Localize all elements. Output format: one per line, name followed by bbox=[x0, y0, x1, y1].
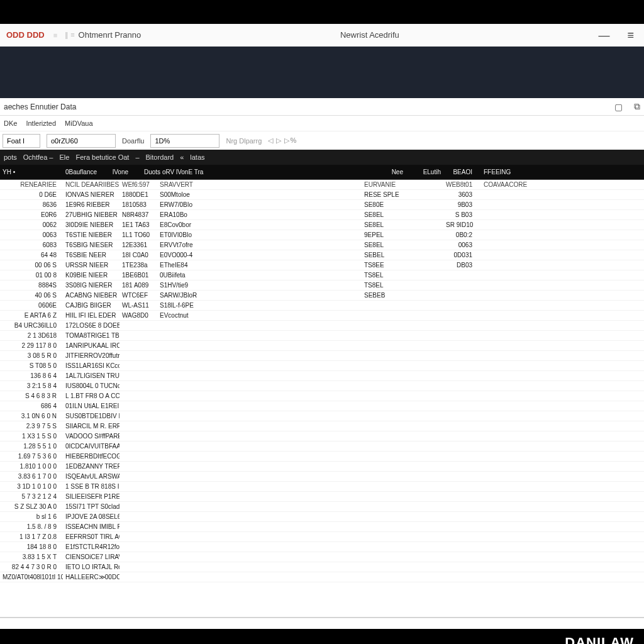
tab-item[interactable]: Ochtfea – bbox=[23, 153, 53, 161]
cell: E ARTA 6 Z bbox=[0, 312, 63, 319]
cell bbox=[119, 503, 157, 510]
cell: 3 1D 1 0 1 0 0 bbox=[0, 483, 63, 490]
table-row[interactable]: MZ0/AT0t408l101tI 10HALLEERC≫00DOELE8 bbox=[0, 572, 644, 582]
col-header[interactable]: Nee bbox=[362, 169, 406, 175]
table-row[interactable]: 2.3 9 7 5 SSIIARCIL M R. ERRAARRODE bbox=[0, 421, 644, 431]
table-row[interactable]: 3.83 6 1 7 0 0ISQEAtvUL ARSWANtee6 bbox=[0, 472, 644, 482]
table-row[interactable]: 2 29 117 8 01ANRIPUKAAL IRCorcont bbox=[0, 341, 644, 351]
col-header[interactable]: lVone bbox=[110, 169, 142, 175]
cell bbox=[119, 483, 157, 490]
table-row[interactable]: 6083T6SBIG NIESER12E3361ERVVt7ofreSE8EL0… bbox=[0, 240, 644, 250]
table-row[interactable]: 686 401ILN UtiAL E1REIN61REL. bbox=[0, 401, 644, 411]
table-row[interactable]: 86361E9R6 RIEBER1810583ERW7/0BIoSE80E9B0… bbox=[0, 200, 644, 210]
cell: 40 06 S bbox=[0, 292, 63, 299]
tab-item[interactable]: latas bbox=[190, 153, 204, 161]
cell: 1ANRIPUKAAL IRCorcont bbox=[63, 342, 119, 349]
tab-item[interactable]: Bitordard bbox=[146, 153, 174, 161]
table-row[interactable]: 0606ECAJBIG BIIGERWL-AS11S18lL-f-6PE bbox=[0, 301, 644, 311]
table-row[interactable]: 5 7 3 2 1 2 4SILIEEISEFlt P1REfRPEFO-rez… bbox=[0, 492, 644, 502]
maximize-icon[interactable]: ▢ bbox=[614, 102, 623, 112]
table-row[interactable]: 1 I3 1 7 Z 0.8EEFRRS0T TIRL ACcorezz bbox=[0, 532, 644, 542]
table-row[interactable]: 1.28 5 5 1 00ICDCAIVUITBFAANEvead bbox=[0, 441, 644, 452]
table-row[interactable]: 3 1D 1 0 1 0 01 SSE B TR 818S I6E1E1E6 bbox=[0, 482, 644, 492]
table-row[interactable]: 8884S3S08IG NIERER181 A089S1HV/tie9TS8EL bbox=[0, 280, 644, 291]
table-row[interactable]: 3.83 1 5 X TCIENSOiCE7 LIRAVANausa bbox=[0, 552, 644, 562]
table-row[interactable]: 00 06 SURSSR NIEER1TE238aETheIE84TS8EEDB… bbox=[0, 260, 644, 270]
cell bbox=[157, 483, 358, 490]
col-header[interactable]: YH • bbox=[0, 169, 63, 175]
cell: b sl 1 6 bbox=[0, 513, 63, 520]
table-row[interactable]: 00623I0D9IE NIEBER1E1 TA63E8Cov0borSE8EL… bbox=[0, 220, 644, 230]
table-row[interactable]: 136 8 6 41AL7LIGISEN TRUFGrnesss bbox=[0, 371, 644, 381]
table-row[interactable]: S 4 6 8 3 RL 1.BT FR8 O A CCASturenct bbox=[0, 391, 644, 401]
cell bbox=[157, 322, 358, 329]
table-row[interactable]: 82 4 4 7 3 0 R 0IETO LO IRTAJL Repsvoubi… bbox=[0, 562, 644, 572]
filter-input-2[interactable] bbox=[47, 134, 116, 148]
cell bbox=[443, 272, 481, 279]
table-row[interactable]: 1 X3 1 5 S 0VADOOO S#ffPAREREDERIG bbox=[0, 431, 644, 441]
menu-item[interactable]: MiDVaua bbox=[65, 119, 92, 127]
table-row[interactable]: b sl 1 6IPJOVE 2A 08SEL6TBEDafe bbox=[0, 512, 644, 522]
cell bbox=[119, 493, 157, 500]
cell bbox=[119, 543, 157, 550]
cell: 0B0:2 bbox=[443, 231, 481, 238]
menu-icon[interactable]: ≡ bbox=[627, 30, 634, 41]
cell: S00Mtoloe bbox=[157, 191, 358, 198]
cell bbox=[119, 433, 157, 440]
cell: 3.1 0N 6 0 N bbox=[0, 413, 63, 419]
table-row[interactable]: 01 00 8K09BIE NIEER1BE6B010UBiifetaTS8EL bbox=[0, 270, 644, 280]
table-row[interactable]: 3.1 0N 6 0 NSUS0BTDE1DBIV PAALLLLSc bbox=[0, 411, 644, 421]
cell: 00 06 S bbox=[0, 262, 63, 269]
table-row[interactable]: 0 D6EIONVAS NIERER1880DE1S00MtoloeRESE S… bbox=[0, 190, 644, 200]
footer-strip bbox=[0, 618, 644, 629]
table-row[interactable]: 184 18 8 0E1fSTCTLR4R12foVAushhi bbox=[0, 542, 644, 552]
minimize-icon[interactable]: ― bbox=[598, 30, 609, 41]
cell bbox=[119, 453, 157, 460]
cell: 8884S bbox=[0, 282, 63, 289]
cell: ERA10Bo bbox=[157, 211, 358, 218]
table-row[interactable]: 40 06 SACABNG NIEBERWTC6EFSARW/JBloRSEBE… bbox=[0, 291, 644, 301]
tab-item[interactable]: Fera betutice Oat bbox=[75, 153, 129, 161]
nav-arrows-icon[interactable]: ◁ ▷ ▷% bbox=[268, 136, 297, 145]
filter-input-3[interactable] bbox=[150, 134, 219, 148]
col-header[interactable]: FFEEING bbox=[481, 169, 544, 175]
table-row[interactable]: 2 1 3D618TOMA8TRIGE1 TBO8REH bbox=[0, 331, 644, 341]
table-row[interactable]: E0R627UBHIG NIEBERN8R4837ERA10BoSE8ELS B… bbox=[0, 210, 644, 220]
tab-item[interactable]: Ele bbox=[60, 153, 70, 161]
cell bbox=[157, 503, 358, 510]
col-header[interactable]: Duots oRV lVonE Tra bbox=[142, 169, 362, 175]
cell: SEBEL bbox=[362, 252, 406, 258]
table-row[interactable]: 1.69 7 5 3 6 0HIEBERBDItfECOGO6L6 bbox=[0, 452, 644, 462]
cell: 3 08 5 R 0 bbox=[0, 352, 63, 359]
cell bbox=[157, 463, 358, 470]
filter-input-1[interactable] bbox=[3, 134, 40, 148]
cell bbox=[157, 342, 358, 349]
panel-icon[interactable]: ⧉ bbox=[634, 101, 640, 112]
table-row[interactable]: 1.5 8. / 8 9ISSEACHN IMIBL PCECLR bbox=[0, 522, 644, 532]
cell: 15SI71 TPT S0cladriaLotea bbox=[63, 503, 119, 510]
data-grid[interactable]: RENEARIEENCIL DEAARIIBESWEf6:597SRAVVERT… bbox=[0, 180, 644, 618]
cell: 2 1 3D618 bbox=[0, 332, 63, 339]
tab-item[interactable]: pots bbox=[4, 153, 17, 161]
col-header[interactable]: 0Bauflance bbox=[63, 169, 110, 175]
table-row[interactable]: 1.810 1 0 0 01EDBZANNY TREPOSU6R6 bbox=[0, 462, 644, 472]
cell bbox=[481, 282, 544, 289]
table-row[interactable]: 3 2:1 5 8 4IUS8004L 0 TUCNocrest bbox=[0, 381, 644, 391]
table-row[interactable]: B4 URC36ILL0172LOS6E 8 DOEBE8A0 bbox=[0, 321, 644, 331]
cell bbox=[119, 564, 157, 570]
table-row[interactable]: E ARTA 6 ZHIIL IFI IEL EDERWAG8D0EVcoctn… bbox=[0, 311, 644, 321]
table-row[interactable]: 0063T6STIE NIEBER1L1 TO60ET0IVI0BIo9EPEL… bbox=[0, 230, 644, 240]
col-header[interactable]: BEAOI bbox=[443, 169, 481, 175]
table-row[interactable]: S T08 5 0ISS1LAR16SI KCcoorost bbox=[0, 361, 644, 371]
cell: E0R6 bbox=[0, 211, 63, 218]
table-row[interactable]: RENEARIEENCIL DEAARIIBESWEf6:597SRAVVERT… bbox=[0, 180, 644, 190]
menu-item[interactable]: DKe bbox=[4, 119, 17, 127]
cell: T6SBIG NIESER bbox=[63, 242, 119, 248]
table-row[interactable]: 3 08 5 R 0JITFIERROV20ffutrnilc bbox=[0, 351, 644, 361]
cell: SR 9ID10 bbox=[443, 221, 481, 228]
table-row[interactable]: 64 48T6SBIE NEER18I C0A0E0VO000-4SEBEL0D… bbox=[0, 250, 644, 260]
menu-item[interactable]: Intlerizted bbox=[26, 119, 56, 127]
table-row[interactable]: S Z SLZ 30 A 015SI71 TPT S0cladriaLotea bbox=[0, 502, 644, 512]
col-header[interactable]: ELutih bbox=[406, 169, 443, 175]
cell: B4 URC36ILL0 bbox=[0, 322, 63, 329]
